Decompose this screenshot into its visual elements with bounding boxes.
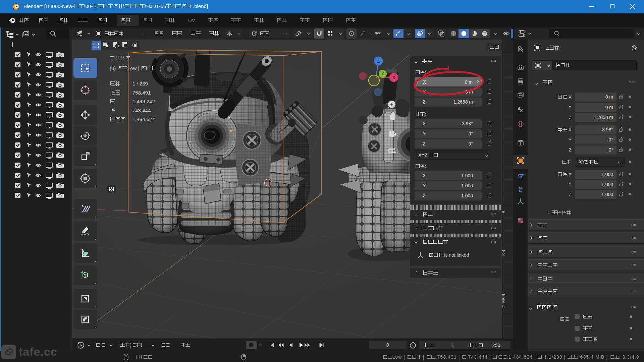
svg-text:Z: Z xyxy=(377,59,380,64)
svg-text:Y: Y xyxy=(381,72,384,76)
svg-text:X: X xyxy=(392,75,395,80)
